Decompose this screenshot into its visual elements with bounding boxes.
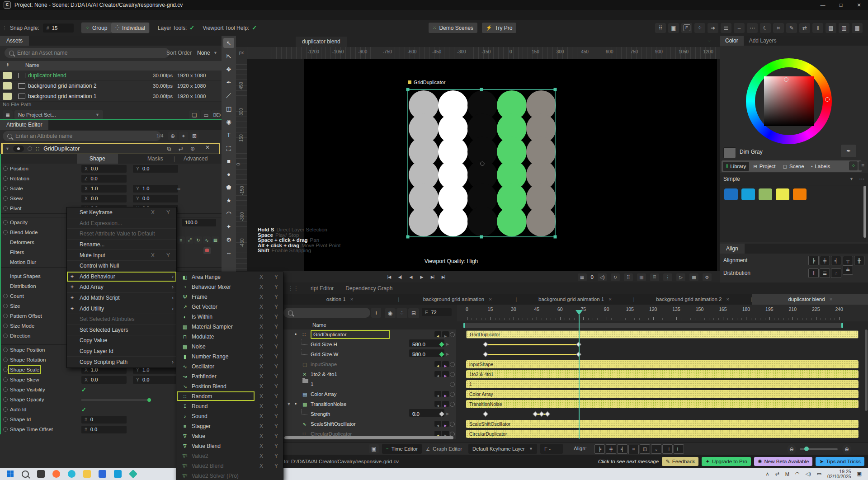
menu-item-set-keyframe[interactable]: Set KeyframeXY [67,207,176,218]
attribute-row-rotation[interactable]: RotationZ0.0 [1,174,222,184]
columns-layout-icon[interactable]: ▥ [839,23,849,33]
checkbox[interactable]: ✓ [81,406,86,413]
volume-icon[interactable]: ◁) [806,471,811,477]
toolbar-drag-handle[interactable]: ⋮ [2,25,7,31]
quick-icon-4[interactable]: ▦ [212,236,219,244]
project-icon[interactable]: ≣ [3,110,13,119]
track-bar[interactable]: inputShape [466,360,859,368]
keyframe-circle[interactable] [3,387,8,392]
submenu-item-oscillator[interactable]: ∿OscillatorXY [176,362,283,372]
keyframe-circle[interactable] [3,348,8,352]
camera-tool-icon[interactable]: ◉ [223,117,234,127]
attribute-row-position[interactable]: PositionX0.0Y0.0 [1,164,222,174]
out-connection-toggle[interactable]: ▶ [442,421,449,427]
keyframe-circle[interactable] [28,146,32,151]
timeline-layer-scaleshiftoscillator[interactable]: ∿ScaleShiftOscillator◀▶ [282,419,456,429]
link-icon[interactable]: ∞ [177,186,180,191]
align-h-button-2[interactable]: ╡ [831,256,841,265]
in-connection-toggle[interactable]: ◀ [434,391,441,397]
timeline-layer-grid-size-w[interactable]: Grid.Size.WW580.0▶ [282,349,456,360]
swatch-more-icon[interactable]: ⋯ [859,176,864,182]
menu-item-control-with-null[interactable]: Control with Null [67,261,176,272]
checkbox[interactable]: ✓ [81,386,86,393]
timeline-ruler[interactable]: 0153045607590105120135150165180195210225… [457,305,868,321]
swatch-set-name[interactable]: Simple [723,176,740,182]
value-field[interactable]: Y0.0 [133,165,178,173]
tab-advanced[interactable]: Advanced [179,154,212,164]
select-tool-icon[interactable]: ↖ [223,38,234,48]
distribute-button-1[interactable]: ☰ [820,268,830,278]
value-field[interactable]: X1.0 [81,185,127,193]
submenu-item-is-within[interactable]: ◐Is WithinXY [176,312,283,322]
value-field[interactable]: %0.0 [409,409,444,417]
work-area-bar[interactable] [457,321,868,329]
asset-color-swatch[interactable] [3,72,12,79]
source-tab-library[interactable]: ⫴Library [723,162,749,171]
keyframe-circle[interactable] [3,324,8,328]
quick-icon-2[interactable]: ↻ [194,236,202,244]
in-connection-toggle[interactable]: ◀ [434,361,441,367]
hue-cursor[interactable] [825,97,830,102]
saturation-value-square[interactable] [764,76,814,126]
scrollbar[interactable] [863,186,866,238]
viewport-settings-icon[interactable]: ⚙ [703,273,712,281]
keyframe-circle[interactable] [3,304,8,308]
more-options-icon[interactable]: ⋯ [747,23,758,33]
knife-tool-icon[interactable]: ／ [223,90,234,100]
transform-tool-icon[interactable]: ⬚ [223,143,234,153]
menu-item-add-behaviour[interactable]: +Add Behaviour› [67,272,176,282]
settings-tool-icon[interactable]: ⚙ [223,235,234,245]
pen-tilt-icon[interactable]: ✎ [786,23,797,33]
snap-angle-field[interactable]: # 15 [43,24,74,33]
teal-app-icon[interactable] [127,469,138,479]
zoom-in-icon[interactable]: ⊕ [168,132,177,141]
footer-align-button-5[interactable]: ⌄ [651,444,661,454]
visibility-eye-icon[interactable] [13,146,24,152]
tray-app-icon[interactable]: M [785,471,789,477]
opacity-slider[interactable] [81,400,149,400]
align-h-button-1[interactable]: ╪ [820,256,830,265]
menu-item-copy-scripting-path[interactable]: Copy Scripting Path› [67,357,176,367]
footer-align-button-6[interactable]: ⊣ [662,444,673,454]
track-bar[interactable]: Color Array [466,390,859,398]
vertical-scrollbar[interactable] [865,329,868,411]
keyframe[interactable] [483,411,488,416]
menu-item-add-expression[interactable]: Add Expression... [67,218,176,229]
list-view-icon[interactable]: ≡ [859,161,867,170]
playhead-handle[interactable] [576,310,583,315]
feedback-badge[interactable]: ✎Feedback [662,457,698,466]
footer-align-button-0[interactable]: ╞ [594,444,605,454]
flip-icon[interactable]: ⇄ [176,145,185,153]
layer-header[interactable]: ▼ ∷ GridDuplicator ⧉ ⇄ ⊕ ✕ [1,143,220,154]
submenu-item-area-range[interactable]: ◧Area RangeXY [176,272,283,282]
solo-icon[interactable]: ⧉ [165,145,174,153]
filter-keys-icon[interactable]: ⊟ [408,308,419,318]
timeline-layer-strength[interactable]: Strength%0.0▶ [282,409,456,419]
overflow-icon[interactable]: ⋮ [663,273,672,281]
pin-icon[interactable]: ⊕ [188,145,197,153]
close-tab-icon[interactable]: × [489,296,492,302]
camera-shake-icon[interactable]: ▦ [578,273,587,281]
submenu-item-round[interactable]: ↧RoundXY [176,401,283,411]
align-h-button-0[interactable]: ╞ [808,256,819,265]
star-tool-icon[interactable]: ★ [223,195,234,205]
chrome-icon[interactable] [66,469,77,479]
attribute-search-input[interactable]: Enter an Attribute name [3,131,161,141]
align-v-button-2[interactable]: ╧ [843,265,853,275]
timeline-layer-transitionnoise[interactable]: ▼•▩TransitionNoise◀▶ [282,399,456,409]
submenu-item-behaviour-mixer[interactable]: ◔Behaviour MixerXY [176,282,283,292]
expand-arrow-icon[interactable]: ▶ [446,339,449,349]
keyframe-circle[interactable] [3,230,8,235]
maximize-button[interactable]: □ [832,0,850,10]
keyframe[interactable] [483,352,488,357]
assets-tab[interactable]: Assets [0,36,29,46]
out-connection-toggle[interactable]: ▶ [442,331,449,337]
layer-tools-checkbox[interactable]: ✓ [189,24,194,31]
tab-script-editor[interactable]: ript Editor [311,285,334,292]
tab-color[interactable]: Color [720,36,744,46]
footer-align-button-2[interactable]: ╡ [617,444,627,454]
zoom-in-icon[interactable]: ⊕ [842,444,851,454]
tab-dependency-graph[interactable]: Dependency Graph [345,285,392,292]
value-field[interactable]: 100.0 [182,219,216,226]
try-pro-button[interactable]: ⚡Try Pro [482,23,517,33]
